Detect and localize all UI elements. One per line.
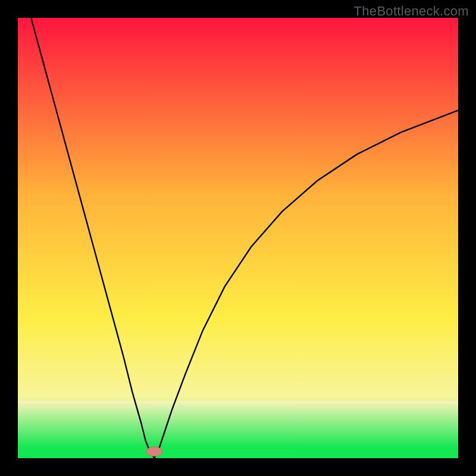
plot-area <box>18 18 458 458</box>
gradient-background <box>18 18 458 458</box>
green-base-band <box>18 447 458 458</box>
chart-svg <box>18 18 458 458</box>
watermark-text: TheBottleneck.com <box>354 4 469 19</box>
optimum-marker <box>146 447 162 456</box>
yellow-green-fade-band <box>18 401 458 447</box>
chart-frame: TheBottleneck.com <box>0 0 476 476</box>
